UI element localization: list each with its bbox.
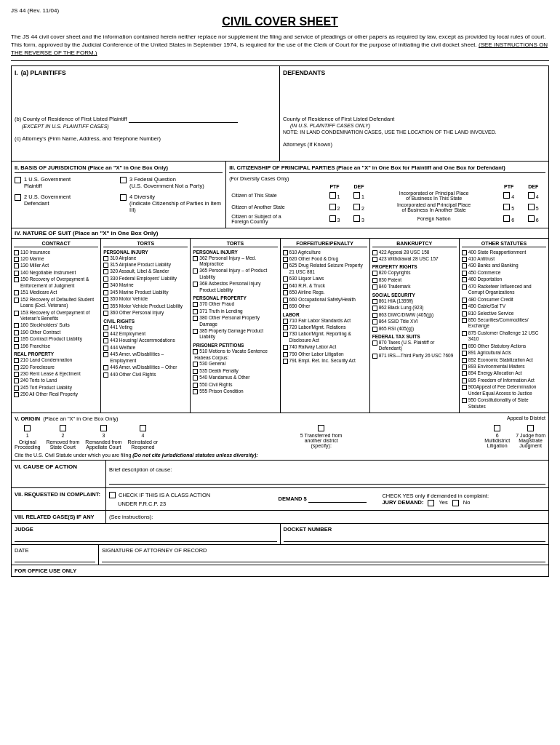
ptf-4[interactable]: [503, 192, 510, 199]
suit-730: 730 Labor/Mgmt. Reporting & Disclosure A…: [283, 331, 367, 343]
origin-7: 7 Judge fromMagistrateJudgment: [516, 424, 545, 448]
docket-field[interactable]: [284, 533, 546, 542]
origin-3: 3 Remanded fromAppellate Court: [85, 424, 121, 450]
def-1[interactable]: [353, 192, 360, 199]
suit-150: 150 Recovery of Overpayment & Enforcemen…: [14, 276, 98, 289]
origin-6: 6MultidistrictLitigation: [484, 424, 510, 448]
class-action-checkbox[interactable]: [109, 492, 116, 498]
ptf-6[interactable]: [503, 215, 510, 222]
suit-245: 245 Tort Product Liability: [14, 385, 98, 391]
suit-864: 864 SSID Title XVI: [372, 319, 457, 324]
suit-110: 110 Insurance: [14, 250, 98, 255]
ptf-1[interactable]: [329, 192, 336, 199]
suit-210: 210 Land Condemnation: [14, 357, 98, 363]
main-title: CIVIL COVER SHEET: [11, 15, 549, 28]
def-2[interactable]: [353, 204, 360, 210]
section-vi: VI. CAUSE OF ACTION Brief description of…: [11, 460, 549, 487]
suit-444: 444 Welfare: [103, 345, 188, 351]
suit-490: 490 Cable/Sat TV: [462, 303, 546, 309]
suit-230: 230 Rent Lease & Ejectment: [14, 371, 98, 377]
county-plaintiff-field[interactable]: [129, 116, 238, 123]
origin-checkbox-1[interactable]: [24, 425, 31, 431]
intro-text: The JS 44 civil cover sheet and the info…: [11, 33, 549, 61]
suit-445: 445 Amer. w/Disabilities – Employment: [103, 351, 188, 364]
brief-label: Brief description of cause:: [109, 466, 545, 473]
sig-cell: SIGNATURE OF ATTORNEY OF RECORD: [99, 545, 548, 565]
suit-900: 900Appeal of Fee Determination Under Equ…: [462, 384, 546, 397]
suit-791: 791 Empl. Ret. Inc. Security Act: [283, 358, 367, 364]
suit-290: 290 All Other Real Property: [14, 391, 98, 397]
citizenship-row-3: Citizen or Subject of aForeign Country 3…: [229, 213, 545, 225]
suit-443: 443 Housing/ Accommodations: [103, 338, 188, 343]
suit-400: 400 State Reapportionment: [462, 250, 546, 255]
def-5[interactable]: [528, 204, 535, 210]
ptf-2[interactable]: [329, 204, 336, 210]
date-sig-row: DATE SIGNATURE OF ATTORNEY OF RECORD: [11, 544, 549, 565]
demand-field[interactable]: [308, 495, 367, 503]
complaint-label: VII. REQUESTED IN COMPLAINT:: [12, 488, 106, 510]
suit-446: 446 Amer. w/Disabilities – Other: [103, 364, 188, 370]
jurisdiction-left: II. BASIS OF JURISDICTION (Place an "X" …: [12, 162, 226, 228]
docket-cell: DOCKET NUMBER: [281, 524, 549, 544]
judge-field[interactable]: [15, 533, 277, 542]
suit-190: 190 Other Contract: [14, 330, 98, 335]
checkbox-1[interactable]: [15, 177, 21, 183]
suit-370: 370 Other Fraud: [193, 301, 277, 307]
origin-checkbox-6[interactable]: [494, 425, 500, 431]
origin-checkbox-5[interactable]: [318, 425, 324, 431]
suit-450: 450 Commerce: [462, 270, 546, 276]
citizenship-right: III. CITIZENSHIP OF PRINCIPAL PARTIES (P…: [226, 162, 548, 228]
suit-423: 423 Withdrawal 28 USC 157: [372, 256, 457, 262]
suit-160: 160 Stockholders' Suits: [14, 322, 98, 328]
forfeiture-column: FORFEITURE/PENALTY 610 Agriculture 620 O…: [281, 239, 370, 413]
suit-440: 440 Other Civil Rights: [103, 372, 188, 378]
suit-345: 345 Marine Product Liability: [103, 290, 188, 295]
cause-input[interactable]: [109, 474, 545, 485]
def-6[interactable]: [528, 215, 535, 222]
origin-1: 1 OriginalProceeding: [15, 424, 40, 450]
suit-480: 480 Consumer Credit: [462, 297, 546, 303]
citizenship-row-1: Citizen of This State 1 1 Incorporated o…: [229, 190, 545, 202]
def-4[interactable]: [528, 192, 535, 199]
origin-checkbox-3[interactable]: [100, 425, 107, 431]
checkbox-3[interactable]: [120, 177, 127, 183]
suit-875: 875 Customer Challenge 12 USC 3410: [462, 330, 546, 343]
suit-895: 895 Freedom of Information Act: [462, 378, 546, 383]
section-i: I. (a) PLAINTIFFS (b) County of Residenc…: [11, 65, 549, 161]
suit-380: 380 Other Personal Property Damage: [193, 315, 277, 327]
jury-no-checkbox[interactable]: [452, 500, 459, 506]
suit-863: 863 DIWC/DIWW (405(g)): [372, 312, 457, 318]
suit-320: 320 Assault, Libel & Slander: [103, 268, 188, 274]
suit-555: 555 Prison Condition: [193, 389, 277, 394]
ptf-3[interactable]: [329, 215, 336, 222]
suit-550: 550 Civil Rights: [193, 382, 277, 388]
def-3[interactable]: [353, 215, 360, 222]
suit-892: 892 Economic Stabilization Act: [462, 357, 546, 363]
office-use: FOR OFFICE USE ONLY: [11, 565, 549, 577]
origin-checkbox-2[interactable]: [60, 425, 66, 431]
jurisdiction-option-2: 2 U.S. GovernmentDefendant 4 Diversity(I…: [15, 194, 223, 213]
land-note: NOTE: IN LAND CONDEMNATION CASES, USE TH…: [283, 130, 497, 135]
signature-field[interactable]: [102, 554, 545, 562]
cause-content: Brief description of cause:: [106, 461, 548, 487]
origin-checkbox-4[interactable]: [140, 425, 146, 431]
citizenship-title: III. CITIZENSHIP OF PRINCIPAL PARTIES (P…: [229, 164, 545, 173]
origin-checkbox-7[interactable]: [527, 425, 534, 431]
nature-columns: CONTRACT 110 Insurance 120 Marine 130 Mi…: [12, 239, 548, 413]
jurisdiction-option-1: 1 U.S. GovernmentPlaintiff 3 Federal Que…: [15, 176, 223, 189]
date-field[interactable]: [15, 554, 95, 562]
suit-850: 850 Securities/Commodities/ Exchange: [462, 317, 546, 330]
suit-630: 630 Liquor Laws: [283, 276, 367, 282]
checkbox-2[interactable]: [15, 194, 21, 201]
suit-310: 310 Airplane: [103, 255, 188, 261]
suit-153: 153 Recovery of Overpayment of Veteran's…: [14, 310, 98, 322]
checkbox-4[interactable]: [120, 194, 127, 201]
suit-196: 196 Franchise: [14, 343, 98, 349]
suit-830: 830 Patent: [372, 277, 457, 283]
suit-362: 362 Personal Injury – Med. Malpractice: [193, 255, 277, 268]
ptf-5[interactable]: [503, 204, 510, 210]
suit-355: 355 Motor Vehicle Product Liability: [103, 303, 188, 309]
jury-yes-checkbox[interactable]: [428, 500, 434, 506]
suit-371: 371 Truth in Lending: [193, 308, 277, 314]
jurisdiction-title: II. BASIS OF JURISDICTION (Place an "X" …: [15, 164, 223, 173]
